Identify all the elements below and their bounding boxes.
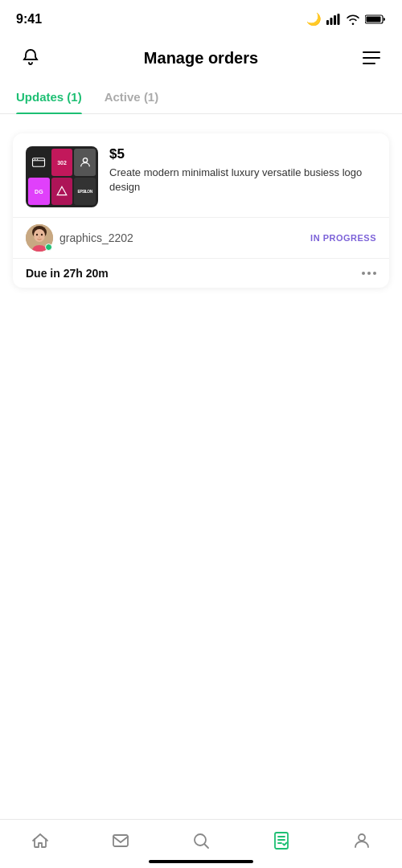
more-options-button[interactable] (362, 272, 376, 275)
seller-avatar-wrapper (26, 224, 53, 252)
search-icon (190, 829, 212, 852)
due-date: Due in 27h 20m (26, 267, 109, 280)
notification-bell-button[interactable] (16, 43, 45, 72)
logo-cell-3 (74, 149, 96, 176)
logo-cell-6: EPSILON (74, 178, 96, 205)
hamburger-icon (363, 51, 380, 64)
home-indicator (149, 860, 253, 863)
signal-icon (326, 14, 341, 25)
nav-search[interactable] (190, 829, 212, 852)
order-card: 302 DG EPSILON (13, 133, 389, 288)
order-card-middle: graphics_2202 IN PROGRESS (13, 217, 389, 258)
profile-icon (351, 829, 373, 852)
logo-cell-4: DG (28, 178, 50, 205)
svg-rect-17 (113, 835, 128, 846)
mail-icon (109, 829, 132, 852)
nav-profile[interactable] (351, 829, 373, 852)
svg-point-8 (37, 159, 39, 161)
svg-point-7 (35, 159, 36, 161)
svg-point-14 (36, 234, 38, 235)
status-badge: IN PROGRESS (310, 233, 376, 243)
svg-marker-10 (57, 186, 67, 195)
svg-rect-0 (326, 20, 329, 25)
logo-cell-5 (51, 178, 73, 205)
tab-active[interactable]: Active (1) (105, 80, 159, 113)
orders-icon (270, 829, 293, 852)
page-title: Manage orders (144, 49, 258, 68)
wifi-icon (346, 14, 360, 25)
order-price: $5 (109, 146, 376, 162)
ellipsis-icon (362, 272, 376, 275)
status-time: 9:41 (16, 12, 42, 27)
order-card-top: 302 DG EPSILON (13, 133, 389, 217)
svg-rect-1 (330, 18, 333, 25)
nav-messages[interactable] (109, 829, 132, 852)
header: Manage orders (0, 35, 402, 80)
tab-updates[interactable]: Updates (1) (16, 80, 82, 113)
svg-rect-2 (334, 15, 336, 25)
svg-rect-5 (367, 17, 381, 23)
svg-point-23 (359, 834, 365, 841)
svg-rect-3 (338, 14, 340, 25)
svg-rect-19 (275, 833, 288, 849)
svg-point-9 (83, 158, 87, 162)
battery-icon (365, 14, 386, 25)
order-thumbnail: 302 DG EPSILON (26, 146, 98, 207)
status-icons: 🌙 (306, 12, 386, 27)
tabs-container: Updates (1) Active (1) (0, 80, 402, 114)
orders-list: 302 DG EPSILON (0, 127, 402, 307)
nav-orders[interactable] (270, 829, 293, 852)
order-description: Create modern minimalist luxury versatil… (109, 166, 376, 194)
seller-info: graphics_2202 (26, 224, 133, 252)
status-bar: 9:41 🌙 (0, 0, 402, 35)
online-indicator (45, 244, 52, 251)
logo-cell-2: 302 (51, 149, 73, 176)
logo-grid: 302 DG EPSILON (26, 146, 98, 207)
menu-button[interactable] (357, 43, 386, 72)
svg-point-15 (41, 234, 43, 235)
svg-rect-6 (33, 158, 45, 167)
home-icon (29, 829, 51, 852)
order-card-bottom: Due in 27h 20m (13, 258, 389, 288)
logo-cell-1 (28, 149, 50, 176)
bell-icon (21, 48, 40, 68)
svg-point-16 (39, 237, 39, 238)
nav-home[interactable] (29, 829, 51, 852)
moon-icon: 🌙 (306, 12, 322, 27)
seller-name: graphics_2202 (59, 231, 133, 244)
order-info: $5 Create modern minimalist luxury versa… (109, 146, 376, 207)
